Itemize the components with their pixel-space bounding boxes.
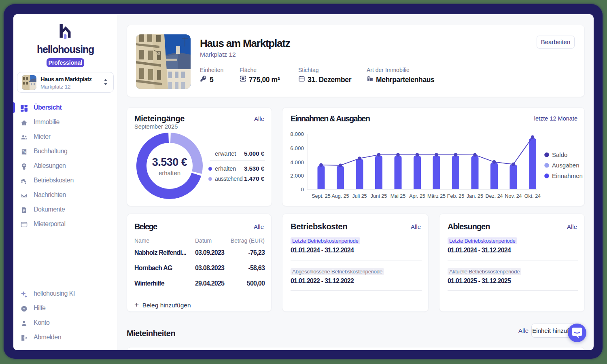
svg-text:0: 0 — [301, 186, 304, 193]
svg-text:März 25: März 25 — [427, 193, 446, 199]
svg-text:Sept. 25: Sept. 25 — [312, 193, 331, 199]
svg-text:Mai 25: Mai 25 — [391, 193, 406, 199]
svg-text:?: ? — [23, 307, 25, 311]
svg-text:Ausgaben: Ausgaben — [552, 162, 579, 169]
svg-text:Juli 25: Juli 25 — [352, 193, 367, 199]
svg-text:Jan. 25: Jan. 25 — [467, 193, 483, 199]
svg-text:Nov. 24: Nov. 24 — [505, 193, 522, 199]
svg-text:Feb. 25: Feb. 25 — [447, 193, 464, 199]
svg-text:Aug. 25: Aug. 25 — [331, 193, 349, 199]
svg-text:Einnahmen: Einnahmen — [552, 172, 583, 179]
svg-text:$: $ — [24, 150, 26, 154]
svg-text:Juni 25: Juni 25 — [371, 193, 387, 199]
svg-text:Dez. 24: Dez. 24 — [485, 193, 503, 199]
svg-text:4.000: 4.000 — [290, 159, 304, 165]
svg-text:Okt. 24: Okt. 24 — [524, 193, 541, 199]
svg-text:8.000: 8.000 — [290, 131, 304, 137]
svg-text:Saldo: Saldo — [552, 151, 567, 158]
svg-text:6.000: 6.000 — [290, 145, 304, 151]
svg-text:2.000: 2.000 — [290, 173, 304, 179]
svg-text:Apr. 25: Apr. 25 — [409, 193, 425, 199]
